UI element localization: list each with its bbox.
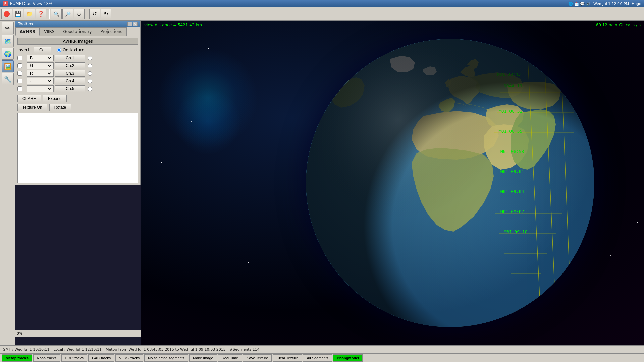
ch4-radio[interactable]	[87, 79, 93, 83]
ch4-select[interactable]: -BGR	[27, 78, 54, 84]
rotate-button[interactable]: Rotate	[49, 104, 71, 111]
ch5-dropdown[interactable]: -BGR	[29, 86, 52, 92]
titlebar-right: 🌐 📩 💬 🔊 Wed Jul 1 12:10 PM Hugo	[568, 2, 641, 6]
globe-container: M01 08:43 NOAA 19 M01 08:52 M01 08:55 M0…	[306, 39, 594, 327]
sidebar-icon-map[interactable]: 🗺️	[2, 35, 14, 47]
star	[225, 188, 225, 189]
star	[275, 38, 276, 38]
bottom-btn-save-texture[interactable]: Save Texture	[243, 354, 272, 362]
toolbox: Toolbox _ ✕ AVHRR VIIRS Geostationary Pr…	[15, 21, 141, 185]
bottom-btn-clear-texture[interactable]: Clear Texture	[273, 354, 302, 362]
invert-label: Invert	[17, 48, 31, 52]
globe: M01 08:43 NOAA 19 M01 08:52 M01 08:55 M0…	[306, 39, 594, 327]
ch2-dropdown[interactable]: GBR	[29, 63, 52, 68]
star	[161, 162, 162, 163]
bottom-btn-hrp-tracks[interactable]: HRP tracks	[61, 354, 87, 362]
bottom-btn-phongmodel[interactable]: PhongModel	[333, 354, 363, 362]
toolbox-close-btn[interactable]: ✕	[133, 22, 138, 26]
toolbox-title-label: Toolbox	[18, 22, 33, 26]
toolbar-target-btn[interactable]: ⊙	[74, 9, 85, 19]
progress-bar-area: 0%	[15, 330, 141, 337]
sidebar-icon-globe[interactable]: 🌍	[2, 48, 14, 60]
sidebar-icon-tools[interactable]: 🔧	[2, 73, 14, 85]
titlebar-icons: 🌐 📩 💬 🔊	[568, 2, 591, 6]
ch3-radio[interactable]	[87, 71, 93, 76]
tab-geostationary[interactable]: Geostationary	[59, 27, 96, 36]
status-segments: #Segments 114	[230, 347, 260, 352]
bottom-btn-viirs-tracks[interactable]: VIIRS tracks	[115, 354, 143, 362]
bottom-btn-gac-tracks[interactable]: GAC tracks	[88, 354, 114, 362]
ch3-button[interactable]: Ch.3	[55, 70, 85, 77]
ch2-select[interactable]: GBR	[27, 62, 54, 69]
globe-svg: M01 08:43 NOAA 19 M01 08:52 M01 08:55 M0…	[306, 39, 594, 327]
toolbar-save-btn[interactable]: 💾	[13, 9, 23, 19]
ch5-radio[interactable]	[87, 87, 93, 91]
ch3-select[interactable]: RBG	[27, 70, 54, 77]
toolbar-sep2	[86, 9, 88, 19]
star	[181, 222, 181, 222]
toolbar-red-btn[interactable]: 🔴	[1, 9, 12, 19]
ch5-select[interactable]: -BGR	[27, 85, 54, 92]
ch1-checkbox[interactable]	[17, 56, 22, 60]
toolbar-zoom-in-btn[interactable]: 🔎	[62, 9, 73, 19]
bottom-btn-real-time[interactable]: Real Time	[218, 354, 242, 362]
nebula-2	[174, 88, 241, 155]
sidebar-icon-pencil[interactable]: ✏️	[2, 22, 14, 34]
titlebar-time: Wed Jul 1 12:10 PM	[593, 2, 629, 6]
ch4-checkbox[interactable]	[17, 79, 22, 83]
toolbar-sep1	[48, 9, 50, 19]
ch1-select[interactable]: BGR	[27, 55, 54, 61]
toolbar-help-btn[interactable]: ❓	[36, 9, 46, 19]
toolbox-minimize-btn[interactable]: _	[127, 22, 132, 26]
fps-label: 60.12 paintGL calls / s	[596, 23, 641, 27]
ch2-radio[interactable]	[87, 64, 93, 68]
toolbar-zoom-out-btn[interactable]: 🔍	[51, 9, 62, 19]
ch1-dropdown[interactable]: BGR	[29, 55, 52, 61]
tab-projections[interactable]: Projections	[96, 27, 127, 36]
ch2-checkbox[interactable]	[17, 63, 22, 68]
star	[627, 38, 628, 38]
sidebar: ✏️ 🗺️ 🌍 🖼️ 🔧	[0, 21, 15, 345]
app-icon: E	[3, 1, 8, 6]
sidebar-icon-image[interactable]: 🖼️	[2, 60, 14, 72]
titlebar-user: Hugo	[632, 2, 641, 6]
3d-view[interactable]: M01 08:43 NOAA 19 M01 08:52 M01 08:55 M0…	[141, 21, 644, 345]
ch1-button[interactable]: Ch.1	[55, 55, 85, 61]
toolbar-redo-btn[interactable]: ↻	[101, 9, 111, 19]
toolbar-undo-btn[interactable]: ↺	[89, 9, 100, 19]
ch3-dropdown[interactable]: RBG	[29, 71, 52, 76]
bottom-btn-no-selected-segments[interactable]: No selected segments	[144, 354, 188, 362]
bottombar: Metop tracksNoaa tracksHRP tracksGAC tra…	[0, 353, 644, 362]
tab-avhrr[interactable]: AVHRR	[15, 27, 40, 36]
view-distance-label: view distance = 5421.42 km	[144, 23, 202, 27]
star	[158, 34, 158, 35]
star	[168, 88, 168, 88]
status-local: Local : Wed Jul 1 12:10:11	[54, 347, 102, 352]
star	[241, 71, 242, 72]
on-texture-label: On texture	[63, 48, 84, 52]
clahe-button[interactable]: CLAHE	[17, 95, 41, 102]
star	[201, 249, 202, 249]
toolbar: 🔴 💾 📁 ❓ 🔍 🔎 ⊙ ↺ ↻	[0, 7, 644, 21]
col-button[interactable]: Col	[34, 47, 51, 53]
bottom-btn-metop-tracks[interactable]: Metop tracks	[2, 354, 32, 362]
texture-on-button[interactable]: Texture On	[17, 104, 47, 111]
ch5-checkbox[interactable]	[17, 86, 22, 91]
ch4-button[interactable]: Ch.4	[55, 78, 85, 84]
svg-point-25	[306, 39, 594, 327]
ch5-button[interactable]: Ch.5	[55, 85, 85, 92]
toolbar-folder-btn[interactable]: 📁	[24, 9, 35, 19]
ch4-dropdown[interactable]: -BGR	[29, 78, 52, 84]
on-texture-group: On texture	[57, 48, 84, 52]
ch1-radio[interactable]	[87, 56, 93, 60]
expand-button[interactable]: Expand	[43, 95, 67, 102]
tab-viirs[interactable]: VIIRS	[40, 27, 59, 36]
titlebar-left: E EUMETCastView 18%	[3, 1, 53, 6]
bottom-btn-make-image[interactable]: Make Image	[189, 354, 217, 362]
bottom-btn-noaa-tracks[interactable]: Noaa tracks	[33, 354, 60, 362]
ch2-button[interactable]: Ch.2	[55, 62, 85, 69]
on-texture-radio[interactable]	[57, 48, 61, 52]
bottom-btn-all-segments[interactable]: All Segments	[303, 354, 332, 362]
tab-bar: AVHRR VIIRS Geostationary Projections	[15, 27, 140, 36]
ch3-checkbox[interactable]	[17, 71, 22, 76]
